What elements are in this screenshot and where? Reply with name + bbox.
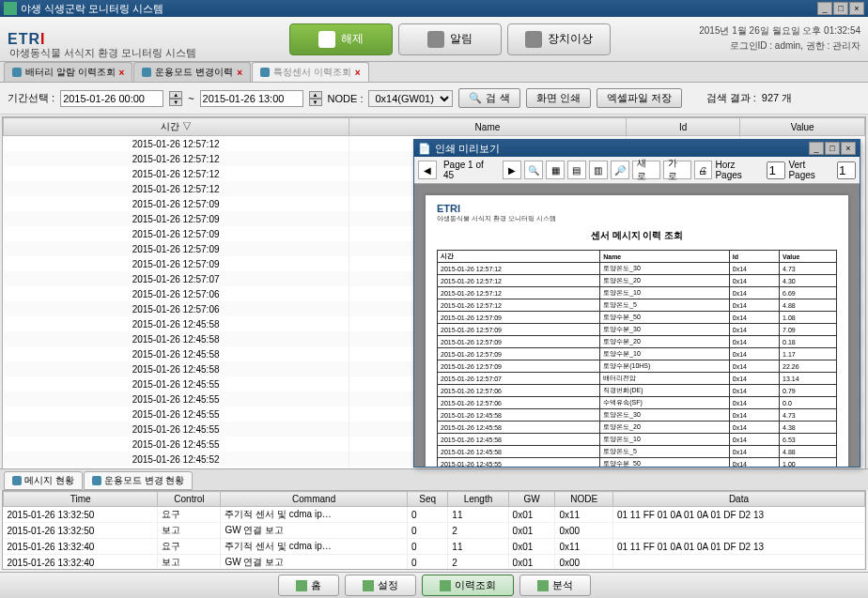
preview-body[interactable]: ETRI 야생동식물 서식지 환경 모니터링 시스템 센서 메시지 이력 조회 …	[414, 184, 860, 467]
table-row[interactable]: 2015-01-26 12:57:09토양수분_100x141.17	[438, 348, 837, 360]
column-header[interactable]: Seq	[407, 492, 447, 507]
preview-toolbar: ◀ Page 1 of 45 ▶ 🔍 ▦ ▤ ▥ 🔎 새로 가로 🖨 Horz …	[414, 157, 860, 184]
zoom-out-button[interactable]: 🔍	[524, 161, 543, 179]
titlebar: 야생 식생군락 모니터링 시스템 _ □ ×	[0, 0, 868, 17]
table-row[interactable]: 2015-01-26 12:57:12토양온도_200x144.30	[438, 275, 837, 287]
prev-page-button[interactable]: ◀	[418, 161, 437, 179]
column-header[interactable]: Value	[780, 251, 837, 263]
spin-down[interactable]: ▼	[309, 99, 322, 106]
table-row[interactable]: 2015-01-26 12:57:12토양온도_100x146.69	[438, 287, 837, 299]
column-header[interactable]: 시간	[438, 251, 600, 263]
tilde: ~	[188, 93, 194, 104]
refresh-button[interactable]: 새로	[632, 161, 660, 179]
print-button[interactable]: 화면 인쇄	[526, 88, 591, 108]
column-header[interactable]: Value	[740, 118, 865, 136]
preview-title: 인쇄 미리보기	[435, 142, 500, 156]
table-row[interactable]: 2015-01-26 13:32:50보고GW 연결 보고020x010x00	[4, 523, 865, 539]
grid-button[interactable]: ▦	[546, 161, 565, 179]
tab-sensor-history[interactable]: 특정센서 이력조회×	[252, 62, 369, 82]
spin-down[interactable]: ▼	[169, 99, 182, 106]
alarm-icon	[427, 31, 444, 48]
close-button[interactable]: ×	[849, 2, 864, 15]
spin-up[interactable]: ▲	[169, 91, 182, 99]
node-select[interactable]: 0x14(GW01)	[368, 90, 453, 107]
table-row[interactable]: 2015-01-26 12:45:58토양온도_300x144.73	[438, 409, 837, 422]
column-header[interactable]: NODE	[555, 492, 613, 507]
alarm-button[interactable]: 알림	[398, 23, 502, 55]
result-label: 검색 결과 :	[706, 91, 756, 105]
table-row[interactable]: 2015-01-26 12:45:55토양수분_500x141.00	[438, 458, 837, 468]
preview-close-button[interactable]: ×	[841, 142, 856, 155]
table-row[interactable]: 2015-01-26 12:45:58토양온도_200x144.38	[438, 422, 837, 434]
home-icon	[296, 580, 307, 591]
preview-min-button[interactable]: _	[809, 142, 824, 155]
maximize-button[interactable]: □	[833, 2, 848, 15]
table-row[interactable]: 2015-01-26 12:45:58토양온도_50x144.88	[438, 446, 837, 458]
datetime: 2015년 1월 26일 월요일 오후 01:32:54	[699, 24, 860, 38]
table-row[interactable]: 2015-01-26 12:57:09토양수분(10HS)0x1422.26	[438, 360, 837, 373]
date-from-input[interactable]	[60, 90, 163, 107]
column-header[interactable]: Control	[158, 492, 221, 507]
search-button[interactable]: 🔍 검 색	[458, 88, 519, 108]
column-header[interactable]: Name	[600, 251, 730, 263]
column-header[interactable]: 시간 ▽	[4, 118, 349, 136]
column-header[interactable]: Id	[729, 251, 779, 263]
table-row[interactable]: 2015-01-26 12:57:09토양수분_300x147.09	[438, 324, 837, 336]
column-header[interactable]: Name	[349, 118, 627, 136]
tab-close-icon[interactable]: ×	[119, 68, 125, 78]
table-row[interactable]: 2015-01-26 13:32:40요구주기적 센서 및 cdma ip…01…	[4, 539, 865, 555]
column-header[interactable]: GW	[508, 492, 555, 507]
preview-max-button[interactable]: □	[825, 142, 840, 155]
next-page-button[interactable]: ▶	[503, 161, 521, 179]
table-row[interactable]: 2015-01-26 13:32:50요구주기적 센서 및 cdma ip…01…	[4, 507, 865, 523]
home-button[interactable]: 홈	[278, 575, 339, 596]
table-row[interactable]: 2015-01-26 12:57:07배터리전압0x1413.14	[438, 373, 837, 385]
vert-label: Vert Pages	[788, 160, 834, 180]
close-preview-button[interactable]: 가로	[663, 161, 691, 179]
layout2-button[interactable]: ▥	[589, 161, 608, 179]
tab-icon	[12, 68, 22, 77]
tab-battery-alarm[interactable]: 배터리 알람 이력조회×	[4, 62, 132, 82]
column-header[interactable]: Time	[4, 492, 158, 507]
table-row[interactable]: 2015-01-26 12:57:09토양수분_200x140.18	[438, 336, 837, 348]
gear-icon	[363, 580, 374, 591]
table-row[interactable]: 2015-01-26 12:45:58토양온도_100x146.53	[438, 434, 837, 446]
analysis-button[interactable]: 분석	[519, 575, 591, 596]
table-row[interactable]: 2015-01-26 12:57:06직경변화(DE)0x140.79	[438, 385, 837, 397]
column-header[interactable]: Data	[612, 492, 864, 507]
tab-mode-history[interactable]: 운용모드 변경이력×	[133, 62, 251, 82]
table-row[interactable]: 2015-01-26 12:57:09토양수분_500x141.08	[438, 312, 837, 324]
node-label: NODE :	[328, 93, 364, 104]
footer: 홈 설정 이력조회 분석	[0, 572, 868, 598]
settings-button[interactable]: 설정	[345, 575, 416, 596]
column-header[interactable]: Command	[221, 492, 408, 507]
spin-up[interactable]: ▲	[309, 91, 322, 99]
horz-pages-input[interactable]	[767, 161, 785, 179]
device-button[interactable]: 장치이상	[507, 23, 611, 55]
table-row[interactable]: 2015-01-26 12:57:06수액유속(SF)0x140.0	[438, 397, 837, 409]
paper-title: 센서 메시지 이력 조회	[437, 229, 837, 242]
print-icon-button[interactable]: 🖨	[694, 161, 713, 179]
layout1-button[interactable]: ▤	[567, 161, 586, 179]
history-button[interactable]: 이력조회	[422, 575, 514, 596]
bottom-tab-messages[interactable]: 메시지 현황	[4, 471, 83, 490]
column-header[interactable]: Length	[448, 492, 508, 507]
tab-icon	[92, 476, 101, 485]
bottom-grid: TimeControlCommandSeqLengthGWNODEData 20…	[3, 491, 865, 570]
bottom-grid-wrap[interactable]: TimeControlCommandSeqLengthGWNODEData 20…	[2, 490, 866, 570]
table-row[interactable]: 2015-01-26 13:32:40보고GW 연결 보고020x010x00	[4, 555, 865, 571]
excel-button[interactable]: 엑셀파일 저장	[597, 88, 682, 108]
column-header[interactable]: Id	[627, 118, 740, 136]
release-button[interactable]: 해제	[289, 23, 393, 55]
zoom-in-button[interactable]: 🔎	[611, 161, 629, 179]
tab-close-icon[interactable]: ×	[237, 68, 242, 78]
vert-pages-input[interactable]	[837, 161, 856, 179]
date-to-input[interactable]	[200, 90, 303, 107]
tab-close-icon[interactable]: ×	[355, 68, 361, 78]
paper-sub: 야생동식물 서식지 환경 모니터링 시스템	[437, 214, 837, 223]
table-row[interactable]: 2015-01-26 12:57:12토양온도_50x144.88	[438, 299, 837, 312]
bottom-tab-mode[interactable]: 운용모드 변경 현황	[84, 471, 194, 490]
table-row[interactable]: 2015-01-26 12:57:12토양온도_300x144.73	[438, 263, 837, 275]
logo: ETRI	[8, 31, 45, 48]
minimize-button[interactable]: _	[817, 2, 832, 15]
